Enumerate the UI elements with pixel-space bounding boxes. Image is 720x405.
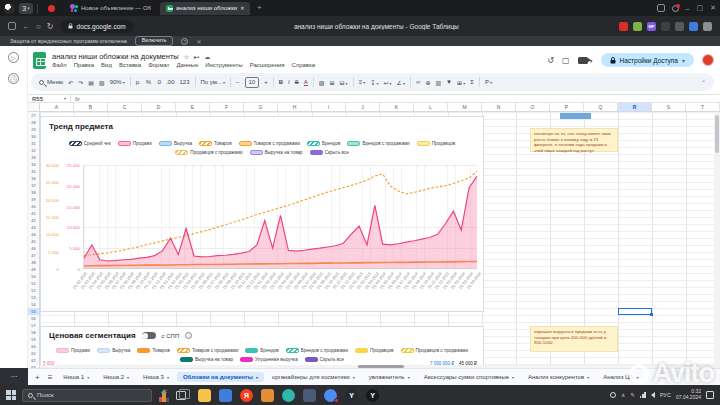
row-header-32[interactable]: 32 [28, 147, 39, 154]
fill-color-button[interactable]: ▨ [319, 79, 325, 86]
print-button[interactable]: ▤ [88, 79, 94, 86]
menu-Справка[interactable]: Справка [292, 62, 316, 68]
format-percent-button[interactable]: % [146, 79, 151, 85]
comment-icon[interactable]: ▢ [562, 56, 570, 65]
format-currency-button[interactable]: р. [136, 79, 141, 85]
horizontal-scrollbar[interactable] [40, 365, 714, 369]
legend-item[interactable]: Брендов [307, 141, 340, 146]
column-header-F[interactable]: F [210, 103, 244, 111]
ext-mp-icon[interactable]: MP [647, 22, 656, 31]
avatar[interactable] [702, 54, 714, 66]
legend-item[interactable]: Товаров с продажами [239, 141, 300, 146]
protect-icon[interactable]: ○ [36, 22, 41, 31]
help-icon[interactable]: ? [181, 38, 188, 45]
ext-red-icon[interactable] [619, 22, 628, 31]
row-header-28[interactable]: 28 [28, 119, 39, 126]
back-button[interactable]: ← [22, 22, 30, 31]
ext-chat-icon[interactable] [675, 22, 684, 31]
share-button[interactable]: Настройки Доступа ▾ [601, 53, 694, 67]
row-header-55[interactable]: 55 [28, 308, 39, 315]
text-rotation-button[interactable]: ∠ [397, 79, 406, 86]
cloud-status-icon[interactable]: ☁ [204, 53, 210, 60]
column-header-B[interactable]: B [74, 103, 108, 111]
font-size-input[interactable]: 10 [245, 77, 260, 88]
row-header-51[interactable]: 51 [28, 280, 39, 287]
move-folder-icon[interactable]: ▸▪ [194, 53, 199, 60]
highlighted-cell[interactable] [560, 113, 591, 119]
browser-badge-icon[interactable] [324, 389, 337, 402]
row-header-62[interactable]: 62 [28, 357, 39, 364]
menu-Инструменты[interactable]: Инструменты [205, 62, 242, 68]
row-header-40[interactable]: 40 [28, 203, 39, 210]
column-header-J[interactable]: J [346, 103, 380, 111]
document-title[interactable]: анализ ниши обложки на документы [52, 52, 179, 61]
row-header-44[interactable]: 44 [28, 231, 39, 238]
row-header-33[interactable]: 33 [28, 154, 39, 161]
column-header-G[interactable]: G [244, 103, 278, 111]
ext-profile-icon[interactable] [703, 22, 712, 31]
enable-protection-button[interactable]: Включить [135, 36, 174, 46]
volume-icon[interactable] [651, 392, 655, 398]
reload-button[interactable]: ↻ [47, 22, 54, 31]
row-header-27[interactable]: 27 [28, 112, 39, 119]
all-sheets-button[interactable]: ≡ [45, 373, 56, 382]
menu-Формат[interactable]: Формат [148, 62, 169, 68]
row-header-47[interactable]: 47 [28, 252, 39, 259]
row-header-42[interactable]: 42 [28, 217, 39, 224]
column-header-H[interactable]: H [278, 103, 312, 111]
name-box[interactable]: R55▾ [32, 96, 66, 102]
task-view-button[interactable] [176, 391, 186, 400]
sheet-tab-Аксессуары сумки спортивные[interactable]: Аксессуары сумки спортивные▾ [418, 372, 520, 382]
bold-button[interactable]: B [279, 79, 283, 85]
column-header-P[interactable]: P [550, 103, 584, 111]
menu-Данные[interactable]: Данные [177, 62, 199, 68]
calculator-icon[interactable] [303, 389, 316, 402]
row-header-29[interactable]: 29 [28, 126, 39, 133]
url-box[interactable]: docs.google.com [60, 20, 134, 33]
borders-button[interactable]: ⊞ [329, 79, 334, 86]
menu-Файл[interactable]: Файл [52, 62, 67, 68]
strikethrough-button[interactable]: S [295, 79, 299, 85]
yandex-browser-icon[interactable]: Я [240, 389, 253, 402]
row-header-49[interactable]: 49 [28, 266, 39, 273]
column-header-A[interactable]: A [40, 103, 74, 111]
column-header-S[interactable]: S [652, 103, 686, 111]
column-header-C[interactable]: C [108, 103, 142, 111]
menu-Вид[interactable]: Вид [101, 62, 112, 68]
spreadsheet-grid[interactable]: 2728293031323334353637383940414243444546… [28, 112, 720, 368]
row-header-57[interactable]: 57 [28, 322, 39, 329]
network-icon[interactable] [640, 392, 646, 398]
row-header-34[interactable]: 34 [28, 161, 39, 168]
legend-item[interactable]: Продавцов [355, 348, 394, 353]
row-header-35[interactable]: 35 [28, 168, 39, 175]
row-headers[interactable]: 2728293031323334353637383940414243444546… [28, 112, 40, 368]
filter-views-button[interactable]: ⊞ [457, 79, 465, 86]
legend-item[interactable]: Выручка [159, 141, 192, 146]
search-highlight-icon[interactable] [158, 389, 170, 402]
row-header-52[interactable]: 52 [28, 287, 39, 294]
row-header-60[interactable]: 60 [28, 343, 39, 350]
ext-dark-icon[interactable] [661, 22, 670, 31]
legend-item[interactable]: Продавцов с продажами [175, 150, 243, 155]
legend-item[interactable]: Продавцов с продажами [401, 348, 469, 353]
sheet-tab-Ниша 2[interactable]: Ниша 2▾ [97, 372, 135, 382]
browser-tab[interactable] [42, 2, 61, 15]
spp-toggle[interactable] [142, 332, 156, 339]
tab-group-button[interactable]: 3 ▾ [19, 3, 33, 14]
row-header-36[interactable]: 36 [28, 175, 39, 182]
sheets-logo-icon[interactable] [33, 52, 46, 69]
sheet-tab-Анализ ЦА[interactable]: Анализ ЦА▾ [597, 372, 644, 382]
column-header-T[interactable]: T [686, 103, 720, 111]
trend-chart[interactable]: Тренд предмета Средний чекПродажиВыручка… [40, 116, 484, 312]
italic-button[interactable]: I [288, 79, 290, 85]
paint-format-button[interactable]: ▧ [99, 79, 105, 86]
row-header-30[interactable]: 30 [28, 133, 39, 140]
row-header-43[interactable]: 43 [28, 224, 39, 231]
column-header-E[interactable]: E [176, 103, 210, 111]
column-header-R[interactable]: R [618, 103, 652, 111]
sheet-tab-Анализ конкурентов[interactable]: Анализ конкурентов▾ [522, 372, 595, 382]
selected-cell-R55[interactable] [618, 308, 652, 315]
column-header-K[interactable]: K [380, 103, 414, 111]
insert-comment-button[interactable]: ⊕ [425, 79, 430, 86]
row-header-56[interactable]: 56 [28, 315, 39, 322]
